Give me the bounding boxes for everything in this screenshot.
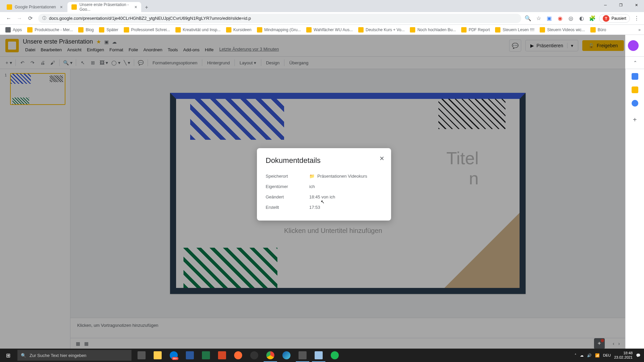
bookmark-item[interactable]: Mindmapping (Gru... (255, 26, 303, 33)
browser-tabs: Google Präsentationen × Unsere erste Prä… (0, 0, 644, 12)
collapse-toolbar-icon[interactable]: ⌃ (631, 58, 640, 67)
modified-label: Geändert (266, 194, 309, 199)
obs-icon[interactable] (246, 349, 262, 362)
owner-value: ich (309, 184, 315, 189)
folder-icon (540, 27, 545, 33)
windows-taskbar: ⊞ 🔍 Zur Suche Text hier eingeben 99+ ˄ ☁… (0, 349, 644, 362)
app-icon[interactable] (230, 349, 246, 362)
keep-icon[interactable] (632, 86, 638, 93)
close-tab-icon[interactable]: × (60, 4, 63, 10)
apps-icon (5, 27, 11, 33)
new-tab-button[interactable]: + (142, 3, 151, 12)
folder-icon (175, 27, 181, 33)
created-value: 17:53 (309, 205, 320, 210)
favicon-slides-icon (71, 4, 77, 10)
maximize-button[interactable]: ❐ (613, 0, 629, 10)
bookmark-item[interactable]: Steuern Videos wic... (538, 26, 587, 33)
search-icon: 🔍 (21, 353, 26, 358)
powerpoint-icon[interactable] (214, 349, 230, 362)
profile-paused-button[interactable]: T Pausiert (599, 14, 630, 23)
close-modal-icon[interactable]: ✕ (379, 155, 384, 162)
account-avatar[interactable] (628, 40, 639, 51)
modified-value: 18:45 von ich (309, 194, 335, 199)
folder-icon (78, 27, 84, 33)
excel-icon[interactable] (198, 349, 214, 362)
task-view-icon[interactable] (133, 349, 150, 362)
close-tab-icon[interactable]: × (135, 4, 137, 10)
minimize-button[interactable]: ─ (598, 0, 613, 10)
bookmark-item[interactable]: Steuern Lesen !!!! (493, 26, 536, 33)
wifi-icon[interactable]: 📶 (595, 353, 600, 358)
tab-title: Unsere erste Präsentation - Goo... (79, 2, 130, 12)
extensions-icon[interactable]: 🧩 (588, 14, 596, 22)
folder-icon (99, 27, 104, 33)
extension-icon[interactable]: ◐ (578, 14, 586, 22)
tasks-icon[interactable] (632, 100, 638, 107)
reload-button[interactable]: ⟳ (25, 14, 35, 23)
tab-google-slides[interactable]: Google Präsentationen × (3, 2, 67, 12)
owner-label: Eigentümer (266, 184, 309, 189)
bookmark-item[interactable]: Kreativität und Insp... (173, 26, 223, 33)
tab-title: Google Präsentationen (15, 5, 56, 9)
bookmark-item[interactable]: Noch hochladen Bu... (408, 26, 458, 33)
bookmark-item[interactable]: Kursideen (224, 26, 254, 33)
extension-icon[interactable]: ◎ (567, 14, 575, 22)
document-details-modal: ✕ Dokumentdetails Speicherort 📁 Präsenta… (257, 148, 391, 221)
onedrive-icon[interactable]: ☁ (580, 353, 584, 358)
folder-icon: 📁 (309, 174, 315, 179)
folder-icon (461, 27, 467, 33)
bookmark-item[interactable]: Professionell Schrei... (122, 26, 172, 33)
location-value[interactable]: 📁 Präsentationen Videokurs (309, 174, 367, 179)
word-icon[interactable] (182, 349, 198, 362)
bookmarks-overflow-icon[interactable]: » (638, 27, 641, 32)
close-window-button[interactable]: ✕ (629, 0, 644, 10)
search-placeholder: Zur Suche Text hier eingeben (30, 353, 87, 358)
back-button[interactable]: ← (4, 14, 13, 23)
menu-icon[interactable]: ⋮ (633, 14, 641, 22)
bookmark-item[interactable]: Wahlfächer WU Aus... (304, 26, 355, 33)
chrome-icon[interactable] (262, 349, 278, 362)
favicon-slides-icon (7, 4, 12, 10)
folder-icon (226, 27, 231, 33)
app-icon[interactable] (294, 349, 311, 362)
url-input[interactable]: ⓘ docs.google.com/presentation/d/1je40CL… (38, 14, 521, 23)
location-label: Speicherort (266, 174, 309, 179)
taskbar-search[interactable]: 🔍 Zur Suche Text hier eingeben (17, 350, 131, 361)
extension-icon[interactable]: ◉ (556, 14, 564, 22)
bookmark-item[interactable]: PDF Report (459, 26, 492, 33)
language-indicator[interactable]: DEU (603, 353, 611, 357)
edge-icon[interactable] (278, 349, 294, 362)
clock[interactable]: 18:48 23.02.2021 (614, 351, 633, 360)
extension-icon[interactable]: ▣ (545, 14, 553, 22)
bookmark-item[interactable]: Büro (588, 26, 608, 33)
apps-bookmark[interactable]: Apps (3, 26, 24, 33)
folder-icon (124, 27, 129, 33)
created-label: Erstellt (266, 205, 309, 210)
bookmark-item[interactable]: Später (97, 26, 120, 33)
notifications-icon[interactable]: 💬 (636, 353, 641, 358)
edge-legacy-icon[interactable]: 99+ (166, 349, 182, 362)
zoom-icon[interactable]: 🔍 (524, 14, 532, 22)
explorer-icon[interactable] (150, 349, 166, 362)
side-panel: + (625, 69, 644, 349)
lock-icon: ⓘ (42, 15, 46, 21)
url-text: docs.google.com/presentation/d/1je40CLrH… (49, 16, 251, 21)
tray-chevron-icon[interactable]: ˄ (575, 353, 577, 358)
spotify-icon[interactable] (327, 349, 343, 362)
notepad-icon[interactable] (311, 349, 327, 362)
bookmark-item[interactable]: Blog (76, 26, 96, 33)
star-bookmark-icon[interactable]: ☆ (535, 14, 543, 22)
folder-icon (410, 27, 415, 33)
forward-button[interactable]: → (15, 14, 24, 23)
calendar-icon[interactable] (632, 73, 638, 80)
volume-icon[interactable]: 🔊 (587, 353, 592, 358)
bookmark-item[interactable]: Produktsuche - Mer... (25, 26, 75, 33)
folder-icon (358, 27, 364, 33)
add-sidepanel-icon[interactable]: + (633, 116, 637, 124)
folder-icon (590, 27, 596, 33)
tab-current[interactable]: Unsere erste Präsentation - Goo... × (67, 2, 141, 12)
bookmark-item[interactable]: Deutsche Kurs + Vo... (356, 26, 407, 33)
folder-icon (306, 27, 312, 33)
start-button[interactable]: ⊞ (0, 349, 16, 362)
folder-icon (257, 27, 262, 33)
